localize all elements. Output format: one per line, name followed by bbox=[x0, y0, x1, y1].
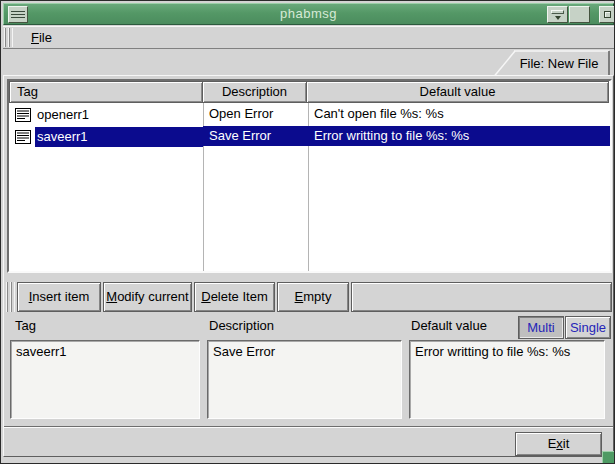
table-header-row: Tag Description Default value bbox=[9, 81, 610, 103]
table-row-selected[interactable]: saveerr1 Save Error Error writting to fi… bbox=[9, 125, 610, 147]
close-box-icon bbox=[604, 11, 611, 18]
exit-button[interactable]: Exit bbox=[515, 432, 602, 456]
cell-description: Save Error bbox=[203, 126, 308, 146]
default-value-input[interactable]: Error writting to file %s: %s bbox=[409, 340, 605, 419]
resize-grip[interactable] bbox=[602, 451, 615, 464]
default-value-field-label: Default value bbox=[411, 317, 487, 335]
menubar: File bbox=[3, 26, 614, 49]
tab-label: File: New File bbox=[511, 51, 607, 76]
cell-default-value: Error writting to file %s: %s bbox=[308, 126, 610, 146]
multi-toggle-button[interactable]: Multi bbox=[518, 316, 564, 339]
menubar-grip[interactable] bbox=[4, 28, 13, 47]
window-maximize-button[interactable] bbox=[569, 6, 590, 23]
menu-file[interactable]: File bbox=[21, 27, 62, 48]
delete-item-button[interactable]: Delete Item bbox=[194, 282, 275, 312]
window-title: phabmsg bbox=[4, 4, 613, 24]
table-row[interactable]: openerr1 Open Error Can't open file %s: … bbox=[9, 103, 610, 125]
empty-button[interactable]: Empty bbox=[277, 282, 349, 312]
notebook-tab-file[interactable]: File: New File bbox=[493, 50, 611, 77]
cell-tag: openerr1 bbox=[35, 105, 203, 125]
document-lines-icon bbox=[15, 107, 31, 121]
app-window: phabmsg File File: New File Tag Descrip bbox=[0, 0, 615, 464]
column-header-default-value[interactable]: Default value bbox=[306, 81, 609, 103]
cell-tag: saveerr1 bbox=[35, 127, 203, 147]
description-field-label: Description bbox=[209, 317, 274, 335]
toolbar-filler bbox=[351, 282, 612, 312]
shade-bar-icon bbox=[551, 10, 564, 14]
table-body: openerr1 Open Error Can't open file %s: … bbox=[9, 103, 610, 271]
messages-table: Tag Description Default value openerr1 O… bbox=[7, 79, 612, 273]
window-shade-button[interactable] bbox=[547, 6, 568, 23]
toolbar-grip[interactable] bbox=[6, 282, 15, 312]
column-header-tag[interactable]: Tag bbox=[9, 81, 203, 103]
single-toggle-button[interactable]: Single bbox=[565, 316, 611, 339]
titlebar[interactable]: phabmsg bbox=[3, 3, 614, 25]
tag-field-label: Tag bbox=[15, 317, 36, 335]
insert-item-button[interactable]: Insert item bbox=[17, 282, 101, 312]
cell-default-value: Can't open file %s: %s bbox=[308, 103, 610, 125]
shade-arrow-icon bbox=[555, 16, 561, 20]
modify-current-button[interactable]: Modify current bbox=[103, 282, 192, 312]
document-lines-icon bbox=[15, 129, 31, 143]
window-close-button[interactable] bbox=[599, 6, 615, 23]
description-input[interactable]: Save Error bbox=[207, 340, 402, 419]
footer-separator bbox=[4, 426, 613, 428]
cell-description: Open Error bbox=[203, 103, 308, 125]
column-header-description[interactable]: Description bbox=[202, 81, 307, 103]
tag-input[interactable]: saveerr1 bbox=[10, 340, 200, 419]
main-panel: Tag Description Default value openerr1 O… bbox=[3, 75, 614, 457]
